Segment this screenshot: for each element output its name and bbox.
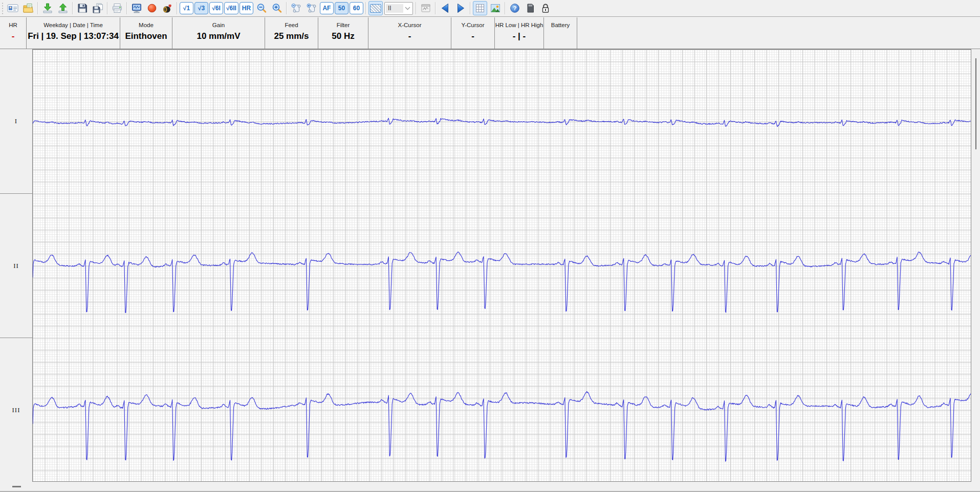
report-window-icon bbox=[420, 3, 431, 14]
record-button[interactable] bbox=[145, 1, 159, 15]
report-window-button[interactable] bbox=[419, 1, 433, 15]
lead-row-3: III bbox=[0, 338, 32, 482]
lead-view-6b-label: √6II bbox=[226, 5, 236, 12]
feed-increase-button[interactable] bbox=[304, 1, 319, 15]
field-mode: Mode Einthoven bbox=[120, 17, 172, 49]
field-filter-value: 50 Hz bbox=[332, 31, 354, 41]
page-forward-button[interactable] bbox=[453, 1, 468, 15]
export-button[interactable] bbox=[56, 1, 70, 15]
display-settings-button[interactable] bbox=[129, 1, 144, 15]
horizontal-scrollbar[interactable] bbox=[0, 482, 980, 492]
field-x-cursor-value: - bbox=[408, 31, 411, 41]
field-mode-value: Einthoven bbox=[125, 31, 167, 41]
hatch-pattern-icon bbox=[370, 4, 381, 13]
lead-row-2: II bbox=[0, 194, 32, 338]
lead-view-3-label: √3 bbox=[198, 5, 205, 12]
forward-arrow-icon bbox=[455, 3, 466, 14]
af-filter-button[interactable]: AF bbox=[320, 2, 334, 14]
chevron-down-icon bbox=[403, 6, 412, 11]
field-battery: Battery bbox=[544, 17, 577, 49]
field-y-cursor: Y-Cursor - bbox=[451, 17, 495, 49]
open-folder-icon bbox=[23, 3, 34, 14]
toolbar-separator bbox=[286, 2, 287, 14]
ecg-trace-lead-I bbox=[33, 118, 971, 126]
hr-alarm-sound-button[interactable] bbox=[160, 1, 175, 15]
page-back-button[interactable] bbox=[438, 1, 452, 15]
lead-view-6a-label: √6I bbox=[212, 5, 221, 12]
save-button[interactable] bbox=[75, 1, 90, 15]
export-image-button[interactable] bbox=[488, 1, 503, 15]
toolbar-separator bbox=[505, 2, 506, 14]
lead-view-3-button[interactable]: √3 bbox=[194, 2, 208, 14]
ecg-application-window: √1 √3 √6I √6II HR AF 50 60 II bbox=[0, 0, 980, 492]
toolbar-grip[interactable] bbox=[2, 2, 4, 14]
open-file-button[interactable] bbox=[21, 1, 35, 15]
lead-label-1: I bbox=[15, 117, 17, 125]
grid-toggle-button[interactable] bbox=[473, 1, 487, 15]
field-filter: Filter 50 Hz bbox=[318, 17, 368, 49]
horizontal-scrollbar-thumb[interactable] bbox=[12, 486, 21, 487]
printer-icon bbox=[112, 3, 123, 14]
lead-label-2: II bbox=[13, 262, 19, 270]
filter-60hz-button[interactable]: 60 bbox=[350, 2, 363, 14]
feed-decrease-button[interactable] bbox=[289, 1, 303, 15]
sd-card-button[interactable] bbox=[523, 1, 537, 15]
field-feed-value: 25 mm/s bbox=[274, 31, 309, 41]
ecg-trace-lead-II bbox=[33, 252, 971, 312]
field-x-cursor-label: X-Cursor bbox=[398, 22, 421, 28]
field-feed-label: Feed bbox=[285, 22, 298, 28]
lead-view-6b-button[interactable]: √6II bbox=[224, 2, 238, 14]
hr-view-label: HR bbox=[242, 5, 251, 12]
speaker-heart-icon bbox=[162, 3, 173, 14]
toolbar-separator bbox=[416, 2, 417, 14]
image-icon bbox=[490, 3, 501, 14]
field-hr-value: - bbox=[12, 31, 15, 41]
field-x-cursor: X-Cursor - bbox=[368, 17, 451, 49]
patient-data-button[interactable] bbox=[6, 1, 20, 15]
field-gain-label: Gain bbox=[212, 22, 225, 28]
field-hr-label: HR bbox=[9, 22, 17, 28]
shade-pattern-button[interactable] bbox=[368, 1, 383, 15]
field-datetime-label: Weekday | Date | Time bbox=[43, 22, 103, 28]
ecg-paper-grid[interactable] bbox=[32, 49, 971, 482]
save-copy-icon bbox=[92, 3, 103, 14]
field-filter-label: Filter bbox=[337, 22, 350, 28]
zoom-in-button[interactable] bbox=[270, 1, 284, 15]
toolbar-separator bbox=[470, 2, 471, 14]
lead-row-1: I bbox=[0, 49, 32, 194]
filter-50hz-label: 50 bbox=[338, 5, 345, 12]
filter-50hz-button[interactable]: 50 bbox=[335, 2, 349, 14]
print-button[interactable] bbox=[110, 1, 124, 15]
toolbar-separator bbox=[37, 2, 38, 14]
toolbar-separator bbox=[365, 2, 366, 14]
lock-button[interactable] bbox=[538, 1, 553, 15]
lead-view-1-button[interactable]: √1 bbox=[180, 2, 193, 14]
field-datetime: Weekday | Date | Time Fri | 19. Sep | 13… bbox=[27, 17, 120, 49]
monitor-waveform-icon bbox=[131, 3, 142, 14]
zoom-in-icon bbox=[271, 3, 282, 14]
main-toolbar: √1 √3 √6I √6II HR AF 50 60 II bbox=[0, 0, 980, 17]
lock-icon bbox=[540, 3, 551, 14]
zoom-out-button[interactable] bbox=[254, 1, 269, 15]
vertical-scrollbar[interactable] bbox=[972, 49, 980, 482]
lead-view-6a-button[interactable]: √6I bbox=[209, 2, 223, 14]
toolbar-separator bbox=[72, 2, 73, 14]
scroll-plus-icon bbox=[306, 3, 317, 14]
import-button[interactable] bbox=[40, 1, 55, 15]
help-button[interactable]: ? bbox=[508, 1, 522, 15]
field-y-cursor-value: - bbox=[471, 31, 474, 41]
vertical-scrollbar-thumb[interactable] bbox=[975, 58, 976, 149]
ecg-traces bbox=[33, 50, 971, 481]
lead-sidebar: I II III bbox=[0, 49, 32, 482]
field-gain: Gain 10 mm/mV bbox=[172, 17, 265, 49]
save-copy-button[interactable] bbox=[91, 1, 105, 15]
hr-view-button[interactable]: HR bbox=[239, 2, 253, 14]
ecg-trace-lead-III bbox=[33, 391, 971, 461]
zoom-out-icon bbox=[256, 3, 267, 14]
field-hr: HR - bbox=[0, 17, 27, 49]
patient-card-icon bbox=[7, 3, 18, 14]
lead-selector-dropdown[interactable]: II bbox=[384, 2, 413, 15]
toolbar-separator bbox=[126, 2, 127, 14]
lead-view-1-label: √1 bbox=[183, 5, 190, 12]
back-arrow-icon bbox=[440, 3, 451, 14]
